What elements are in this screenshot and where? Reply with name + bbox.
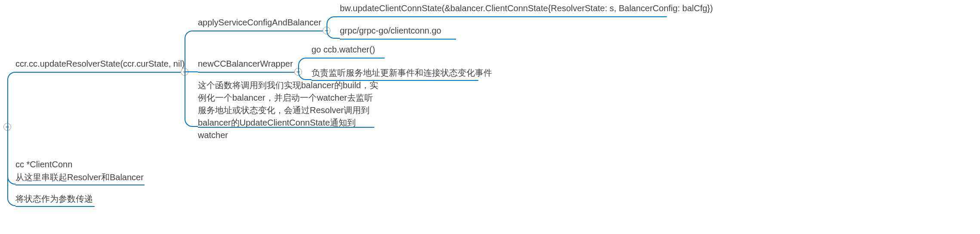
- bw-label: bw.updateClientConnState(&balancer.Clien…: [340, 3, 713, 13]
- sibling1-line2: 从这里串联起Resolver和Balancer: [15, 172, 144, 183]
- watcher-label: go ccb.watcher(): [311, 45, 375, 55]
- bw-underline: [340, 16, 667, 17]
- desc-label: 负责监听服务地址更新事件和连接状态变化事件: [311, 67, 492, 79]
- watcher-underline: [311, 58, 385, 58]
- sibling2-underline: [15, 206, 95, 207]
- newcc-underline: [198, 72, 294, 73]
- connector-apply-to-bw: [327, 16, 340, 31]
- connector-l1-to-multi: [185, 72, 198, 127]
- connector-root-to-sib2: [7, 127, 15, 206]
- multiline-underline: [198, 127, 374, 128]
- sibling1-underline: [15, 185, 145, 185]
- apply-label: applyServiceConfigAndBalancer: [198, 18, 321, 28]
- sibling1-line1: cc *ClientConn: [15, 160, 72, 169]
- apply-underline: [198, 31, 323, 31]
- connector-l1-to-apply: [185, 31, 198, 72]
- connector-newcc-to-watcher: [298, 58, 311, 72]
- root-underline: [15, 72, 181, 73]
- multiline-label: 这个函数将调用到我们实现balancer的build，实例化一个balancer…: [198, 79, 379, 142]
- grpc-label: grpc/grpc-go/clientconn.go: [340, 26, 441, 36]
- connector-apply-to-grpc: [327, 31, 340, 39]
- grpc-underline: [340, 39, 456, 40]
- root-label: ccr.cc.updateResolverState(ccr.curState,…: [15, 59, 185, 69]
- sibling2-label: 将状态作为参数传递: [15, 193, 93, 205]
- newcc-label: newCCBalancerWrapper: [198, 59, 293, 69]
- connector-root-to-main: [7, 72, 15, 127]
